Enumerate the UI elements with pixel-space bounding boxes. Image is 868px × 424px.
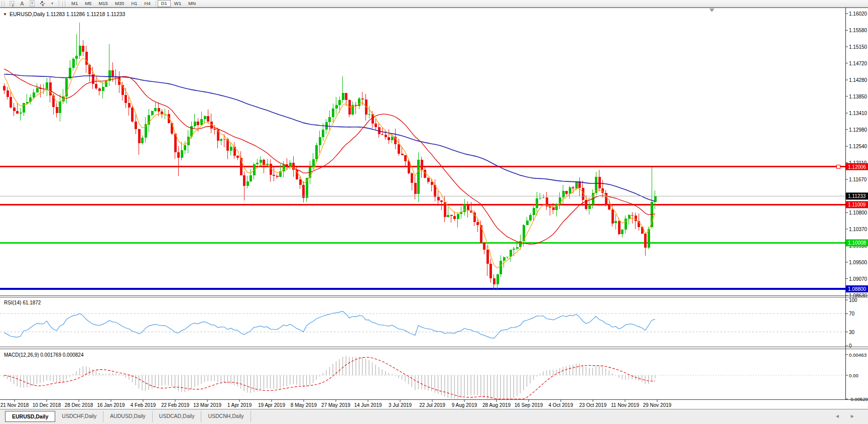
rsi-label: RSI(14) 61.1872: [4, 300, 41, 305]
date-tick-label: 23 Oct 2019: [579, 402, 607, 408]
timeframe-button-m1[interactable]: M1: [68, 0, 81, 7]
chart-canvas: 100703000.004630.00-0.0052991.160201.155…: [0, 8, 868, 409]
arrow-objects-tool[interactable]: [37, 0, 47, 7]
date-tick-label: 21 Nov 2018: [1, 402, 29, 408]
price-tick-label: 1.12540: [849, 144, 867, 149]
text-tool[interactable]: T: [27, 0, 37, 7]
price-tick-label: 1.16020: [849, 11, 867, 17]
rsi-tick-label: 70: [849, 311, 855, 316]
current-price-badge-label: 1.11233: [848, 193, 866, 199]
date-tick-label: 3 Jul 2019: [389, 402, 412, 408]
letter-a-icon: A: [20, 1, 24, 7]
price-tick-label: 1.13410: [849, 111, 867, 116]
date-tick-label: 10 Dec 2018: [33, 402, 61, 408]
chart-tabs: EURUSD,DailyUSDCHF,DailyAUDUSD,DailyUSDC…: [5, 409, 868, 422]
timeframe-button-m5[interactable]: M5: [81, 0, 95, 7]
macd-tick-label: 0.00463: [849, 352, 866, 358]
hline-1.12006-badge-label: 1.12006: [848, 164, 866, 170]
price-tick-label: 1.10800: [849, 210, 867, 216]
timeframe-button-d1[interactable]: D1: [158, 0, 171, 7]
caret-down-icon: ▾: [51, 2, 53, 6]
arrows-icon: [39, 1, 46, 7]
date-tick-label: 27 May 2019: [321, 402, 350, 408]
price-tick-label: 1.14280: [849, 77, 867, 83]
svg-text:F: F: [12, 4, 14, 7]
date-tick-label: 4 Oct 2019: [549, 402, 573, 408]
timeframe-button-h4[interactable]: H4: [141, 0, 154, 7]
price-tick-label: 1.09500: [849, 260, 867, 265]
date-tick-label: 28 Dec 2018: [65, 402, 93, 408]
timeframe-button-mn[interactable]: MN: [185, 0, 199, 7]
date-tick-label: 28 Aug 2019: [482, 402, 511, 408]
price-tick-label: 1.10370: [849, 227, 867, 232]
date-tick-label: 13 Mar 2019: [193, 402, 222, 408]
macd-tick-label: -0.005299: [849, 396, 868, 402]
macd-label: MACD(12,26,9) 0.001769 0.000824: [4, 352, 84, 358]
timeframe-button-m30[interactable]: M30: [111, 0, 128, 7]
timeframe-button-h1[interactable]: H1: [128, 0, 141, 7]
date-tick-label: 22 Feb 2019: [161, 402, 190, 408]
grid-f-icon: F: [9, 1, 16, 7]
date-tick-label: 1 Apr 2019: [227, 402, 252, 408]
arrow-tools-dropdown[interactable]: ▾: [47, 0, 57, 7]
fibo-grid-tool[interactable]: F: [7, 0, 17, 7]
date-tick-label: 14 Jun 2019: [354, 402, 382, 408]
text-label-tool[interactable]: A: [17, 0, 27, 7]
toolbar-grip-2[interactable]: [62, 1, 65, 7]
chart-tab-bar: EURUSD,DailyUSDCHF,DailyAUDUSD,DailyUSDC…: [0, 409, 868, 424]
date-tick-label: 16 Sep 2019: [515, 402, 543, 408]
date-tick-label: 4 Feb 2019: [131, 402, 156, 408]
date-tick-label: 22 Jul 2019: [419, 402, 445, 408]
date-tick-label: 16 Jan 2019: [97, 402, 125, 408]
hline-handle[interactable]: [836, 165, 840, 168]
price-tick-label: 1.15150: [849, 44, 867, 50]
timeframe-toolbar: M1M5M15M30H1H4D1W1MN: [68, 0, 199, 8]
date-tick-label: 8 May 2019: [291, 402, 317, 408]
chart-symbol-title: EURUSD,Daily: [10, 11, 45, 17]
tab-scroll-controls: ◀ ▶: [836, 414, 854, 418]
tabs-scroll-right-icon[interactable]: ▶: [851, 414, 854, 418]
price-tick-label: 1.11670: [849, 177, 867, 182]
mt4-window: F A T ▾ M1M5M15M30H1H4D1W1MN 100703000.0…: [0, 0, 868, 424]
toolbar-grip[interactable]: [2, 1, 5, 7]
chart-ohlc-values: 1.11283 1.11286 1.11218 1.11233: [46, 11, 126, 17]
hline-1.10008-badge-label: 1.10008: [848, 240, 866, 246]
price-tick-label: 1.13850: [849, 94, 867, 99]
rsi-tick-label: 0: [849, 343, 852, 349]
date-tick-label: 11 Nov 2019: [611, 402, 639, 408]
timeframe-button-m15[interactable]: M15: [95, 0, 111, 7]
macd-tick-label: 0.00: [849, 373, 858, 378]
timeframe-button-w1[interactable]: W1: [171, 0, 185, 7]
hline-1.08800-badge-label: 1.08800: [848, 286, 866, 292]
rsi-tick-label: 30: [849, 330, 855, 335]
hline-1.11009-badge-label: 1.11009: [848, 202, 866, 207]
date-tick-label: 19 Apr 2019: [258, 402, 285, 408]
price-tick-label: 1.14720: [849, 61, 867, 66]
boxed-t-icon: T: [30, 1, 35, 7]
price-tick-label: 1.09070: [849, 276, 867, 282]
chart-tab-eurusd[interactable]: EURUSD,Daily: [5, 411, 55, 422]
tabs-scroll-left-icon[interactable]: ◀: [836, 414, 839, 418]
chart-tab-usdcad[interactable]: USDCAD,Daily: [153, 411, 202, 422]
price-tick-label: 1.15580: [849, 28, 867, 33]
chart-tab-usdcnh[interactable]: USDCNH,Daily: [201, 411, 251, 422]
price-tick-label: 1.12980: [849, 127, 867, 133]
date-tick-label: 29 Nov 2019: [643, 402, 672, 408]
date-tick-label: 9 Aug 2019: [452, 402, 477, 408]
chart-tab-usdchf[interactable]: USDCHF,Daily: [55, 411, 103, 422]
top-toolbar: F A T ▾ M1M5M15M30H1H4D1W1MN: [0, 0, 868, 8]
toolbar-separator: [59, 1, 59, 7]
symbol-dropdown-icon[interactable]: ▼: [3, 12, 7, 17]
chart-tab-audusd[interactable]: AUDUSD,Daily: [103, 411, 153, 422]
